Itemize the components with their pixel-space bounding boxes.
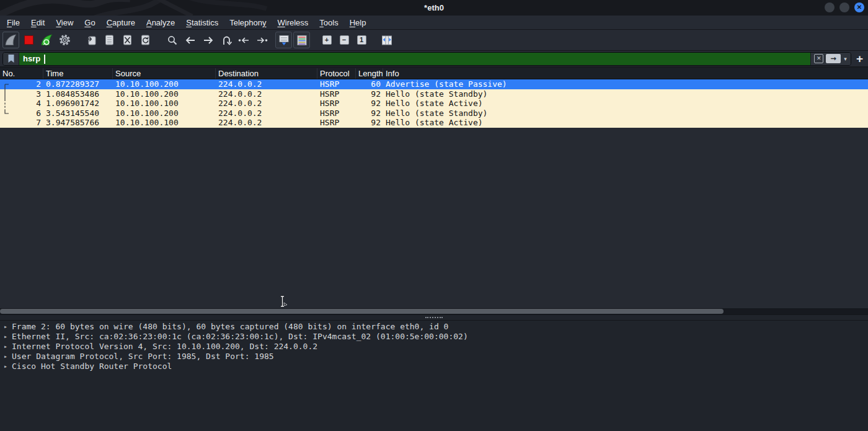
go-back-button[interactable] [182,32,198,48]
menu-wireless[interactable]: Wireless [272,17,314,29]
go-back-icon [185,36,196,45]
pane-splitter[interactable] [0,314,868,321]
stop-capture-button[interactable] [20,32,37,48]
column-header-no[interactable]: No. [0,68,43,79]
column-header-info[interactable]: Info [383,68,868,79]
go-first-packet-button[interactable] [236,32,252,48]
menu-file[interactable]: File [1,17,25,29]
expander-icon[interactable]: ▸ [4,343,12,350]
go-forward-icon [203,36,214,45]
find-packet-icon [167,35,178,46]
menu-tools[interactable]: Tools [314,17,343,29]
expander-icon[interactable]: ▸ [4,363,12,370]
clear-icon: ✕ [817,56,822,61]
stop-capture-icon [24,35,33,45]
horizontal-scrollbar[interactable] [0,308,868,314]
packet-list-empty-area[interactable] [0,128,868,308]
menu-statistics[interactable]: Statistics [180,17,224,29]
detail-text: User Datagram Protocol, Src Port: 1985, … [12,352,274,361]
packet-row-6[interactable]: 6 3.543145540 10.10.100.200 224.0.0.2 HS… [0,109,868,118]
packet-row-7[interactable]: 7 3.947585766 10.10.100.100 224.0.0.2 HS… [0,118,868,128]
zoom-original-button[interactable]: 1 [356,35,367,45]
plus-icon: + [856,52,863,65]
menu-analyze[interactable]: Analyze [141,17,180,29]
zoom-in-icon: + [322,35,332,45]
menu-capture[interactable]: Capture [101,17,141,29]
go-forward-button[interactable] [200,32,216,48]
column-header-destination[interactable]: Destination [216,68,317,79]
detail-row-frame[interactable]: ▸ Frame 2: 60 bytes on wire (480 bits), … [0,321,868,331]
chevron-down-icon: ▾ [844,56,847,62]
main-toolbar: + − 1 [0,30,868,51]
colorize-button[interactable] [293,32,310,48]
auto-scroll-icon [278,35,290,46]
go-last-packet-button[interactable] [254,32,270,48]
go-to-packet-button[interactable] [218,32,234,48]
detail-row-udp[interactable]: ▸ User Datagram Protocol, Src Port: 1985… [0,351,868,361]
expander-icon[interactable]: ▸ [4,333,12,340]
auto-scroll-button[interactable] [275,32,292,48]
title-bar: *eth0 ✕ [0,0,868,16]
go-first-packet-icon [238,37,250,44]
display-filter-field[interactable]: ✕ ➞ ▾ [2,52,851,66]
save-file-icon [104,34,115,46]
packet-list: 2 0.872289327 10.10.100.200 224.0.0.2 HS… [0,79,868,128]
wireshark-window: *eth0 ✕ File Edit View Go Capture Analyz… [0,0,868,431]
shark-fin-start-capture-icon [4,34,17,46]
resize-columns-button[interactable] [378,32,395,48]
menu-go[interactable]: Go [79,17,100,29]
open-file-button[interactable] [83,32,100,48]
splitter-handle-icon[interactable] [425,317,443,318]
capture-options-button[interactable] [56,32,73,48]
filter-add-button[interactable]: + [851,53,864,64]
text-caret [44,55,45,64]
open-file-icon [86,34,97,46]
close-button[interactable]: ✕ [854,2,864,12]
detail-row-hsrp[interactable]: ▸ Cisco Hot Standby Router Protocol [0,361,868,371]
packet-row-3[interactable]: 3 1.084853486 10.10.100.200 224.0.0.2 HS… [0,89,868,99]
menu-view[interactable]: View [50,17,79,29]
window-title: *eth0 [424,3,444,12]
expander-icon[interactable]: ▸ [4,323,12,330]
filter-input-area[interactable] [19,53,810,65]
filter-apply-button[interactable]: ➞ [826,54,841,63]
menu-help[interactable]: Help [344,17,372,29]
expander-icon[interactable]: ▸ [4,353,12,360]
packet-row-2[interactable]: 2 0.872289327 10.10.100.200 224.0.0.2 HS… [0,79,868,89]
reload-file-button[interactable] [137,32,154,48]
restart-capture-icon [40,34,53,46]
save-file-button[interactable] [101,32,118,48]
column-header-length[interactable]: Length [356,68,383,79]
filter-clear-button[interactable]: ✕ [814,54,823,63]
start-capture-button[interactable] [2,32,19,48]
maximize-button[interactable] [839,2,849,12]
capture-options-gear-icon [58,33,71,47]
zoom-in-button[interactable]: + [322,35,332,45]
column-header-protocol[interactable]: Protocol [317,68,356,79]
menu-bar: File Edit View Go Capture Analyze Statis… [0,16,868,30]
restart-capture-button[interactable] [38,32,55,48]
zoom-out-button[interactable]: − [339,35,350,45]
go-to-packet-icon [221,35,232,45]
column-header-time[interactable]: Time [43,68,113,79]
detail-text: Ethernet II, Src: ca:02:36:23:00:1c (ca:… [12,332,468,341]
menu-telephony[interactable]: Telephony [224,17,272,29]
minimize-button[interactable] [825,2,835,12]
colorize-packets-icon [296,35,308,46]
zoom-original-icon: 1 [357,35,366,45]
column-header-source[interactable]: Source [113,68,216,79]
filter-bar: ✕ ➞ ▾ + [0,51,868,68]
horizontal-scrollbar-thumb[interactable] [0,309,724,314]
detail-row-ip[interactable]: ▸ Internet Protocol Version 4, Src: 10.1… [0,341,868,351]
filter-dropdown-button[interactable]: ▾ [843,56,848,62]
find-packet-button[interactable] [164,32,180,48]
close-file-button[interactable] [119,32,136,48]
detail-row-ethernet[interactable]: ▸ Ethernet II, Src: ca:02:36:23:00:1c (c… [0,331,868,341]
packet-row-4[interactable]: 4 1.096901742 10.10.100.100 224.0.0.2 HS… [0,99,868,109]
display-filter-input[interactable] [19,54,810,63]
filter-bookmark-button[interactable] [3,53,19,65]
detail-text: Frame 2: 60 bytes on wire (480 bits), 60… [12,322,448,331]
detail-text: Cisco Hot Standby Router Protocol [12,362,172,371]
menu-edit[interactable]: Edit [25,17,50,29]
reload-file-icon [140,34,151,46]
